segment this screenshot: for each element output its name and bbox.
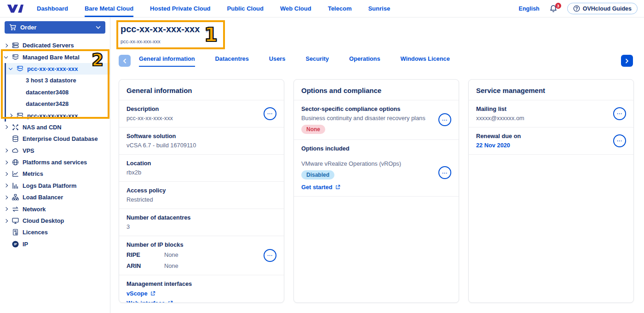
sidebar-item-enterprise-cloud-database[interactable]: Enterprise Cloud Database (0, 133, 110, 145)
chevron-right-icon (4, 184, 8, 187)
tab-operations[interactable]: Operations (349, 55, 380, 67)
chevron-right-icon (4, 219, 8, 222)
sidebar-item-licences[interactable]: Licences (0, 226, 110, 238)
sidebar-item-label: pcc-xx-xx-xxx-xxx (27, 112, 78, 119)
chevron-right-icon (4, 43, 8, 47)
nav-hosted-private-cloud[interactable]: Hosted Private Cloud (150, 0, 210, 17)
renewal-row: Renewal due on 22 Nov 2020 ... (469, 128, 633, 155)
nav-dashboard[interactable]: Dashboard (37, 0, 68, 17)
compliance-options-value: Business continuity and disaster recover… (301, 115, 426, 122)
guides-button[interactable]: OVHcloud Guides (567, 3, 638, 14)
nav-sunrise[interactable]: Sunrise (368, 0, 390, 17)
mailing-list-value: xxxxx@xxxxxx.om (476, 115, 524, 122)
sidebar-item-hosts-datastores[interactable]: 3 host 3 datastore (6, 75, 110, 86)
description-value: pcc-xx-xx-xxx-xxx (126, 115, 173, 122)
location-value: rbx2b (126, 169, 151, 176)
language-selector[interactable]: English (519, 6, 540, 12)
external-link-icon (168, 301, 173, 303)
sidebar-item-label: Managed Bare Metal (23, 54, 80, 61)
nav-telecom[interactable]: Telecom (328, 0, 352, 17)
description-actions-button[interactable]: ... (264, 107, 276, 120)
arrows-exchange-icon (12, 205, 19, 213)
chevron-right-icon (4, 196, 8, 199)
sidebar-item-vps[interactable]: VPS (0, 145, 110, 156)
nav-public-cloud[interactable]: Public Cloud (227, 0, 264, 17)
vscope-link-label: vScope (126, 290, 148, 297)
tab-users[interactable]: Users (269, 55, 286, 67)
tab-security[interactable]: Security (305, 55, 329, 67)
chevron-down-icon (96, 26, 101, 29)
service-tree: Dedicated Servers Managed Bare Metal pcc… (0, 40, 110, 250)
sidebar-item-dedicated-servers[interactable]: Dedicated Servers (0, 40, 110, 51)
edit-pencil-icon[interactable] (205, 26, 213, 33)
server-stack-icon (12, 41, 19, 49)
renewal-value[interactable]: 22 Nov 2020 (476, 142, 521, 149)
chevron-right-icon (4, 149, 8, 152)
card-title: Service management (469, 80, 633, 100)
tabs-scroll-left-button[interactable] (119, 55, 131, 67)
ovhcloud-logo[interactable] (6, 0, 24, 17)
web-interface-link[interactable]: Web interface (126, 300, 192, 303)
ovhcloud-logo-icon (6, 3, 24, 14)
vrops-actions-button[interactable]: ... (438, 166, 451, 179)
sidebar-item-platforms-services[interactable]: Platforms and services (0, 156, 110, 168)
get-started-link-label: Get started (301, 184, 333, 191)
mailing-list-actions-button[interactable]: ... (613, 107, 626, 120)
sidebar-item-label: Load Balancer (23, 194, 63, 201)
expanded-service-group: pcc-xx-xx-xxx-xxx 3 host 3 datastore dat… (5, 63, 110, 122)
sidebar-item-pcc-selected[interactable]: pcc-xx-xx-xxx-xxx (6, 63, 110, 75)
sidebar-item-nas-cdn[interactable]: NAS and CDN (0, 122, 110, 133)
svg-text:IP: IP (14, 243, 17, 246)
sidebar-item-pcc-2[interactable]: pcc-xx-xx-xxx-xxx (6, 110, 110, 121)
get-started-link[interactable]: Get started (301, 184, 401, 191)
sidebar-item-ip[interactable]: IP IP (0, 238, 110, 250)
sidebar-item-network[interactable]: Network (0, 203, 110, 214)
sidebar-item-label: NAS and CDN (23, 124, 62, 131)
nav-bare-metal-cloud[interactable]: Bare Metal Cloud (85, 0, 133, 17)
sidebar-item-datacenter3408[interactable]: datacenter3408 (6, 87, 110, 98)
management-interfaces-row: Management interfaces vScope Web interfa… (119, 275, 284, 303)
ip-blocks-actions-button[interactable]: ... (264, 249, 276, 262)
managed-server-icon (16, 112, 24, 120)
sidebar-item-label: 3 host 3 datastore (26, 77, 76, 84)
monitor-icon (12, 217, 19, 225)
ripe-value: None (164, 251, 184, 258)
managed-server-icon (12, 53, 19, 61)
tabs-scroll-right-button[interactable] (621, 55, 633, 67)
globe-icon (12, 158, 19, 166)
sidebar-item-logs-data-platform[interactable]: Logs Data Platform (0, 180, 110, 191)
managed-server-icon (16, 65, 24, 73)
tab-windows-licence[interactable]: Windows Licence (401, 55, 450, 67)
tab-general-information[interactable]: General information (139, 55, 195, 67)
sidebar-item-label: Network (23, 206, 46, 213)
renewal-actions-button[interactable]: ... (613, 134, 626, 147)
sidebar-item-load-balancer[interactable]: Load Balancer (0, 191, 110, 203)
software-value: vCSA 6.7 - build 16709110 (126, 142, 196, 149)
vscope-link[interactable]: vScope (126, 290, 192, 297)
sidebar-item-managed-bare-metal[interactable]: Managed Bare Metal (0, 51, 110, 63)
card-title: Options and compliance (294, 80, 459, 100)
software-solution-row: Software solution vCSA 6.7 - build 16709… (119, 128, 284, 155)
arin-value: None (164, 262, 184, 269)
sidebar-item-cloud-desktop[interactable]: Cloud Desktop (0, 215, 110, 226)
sidebar-item-label: Dedicated Servers (23, 42, 74, 49)
sidebar-item-label: Metrics (23, 170, 43, 177)
notifications-button[interactable]: 3 (550, 5, 557, 12)
ip-blocks-label: Number of IP blocks (126, 241, 184, 248)
management-interfaces-label: Management interfaces (126, 280, 192, 287)
order-button[interactable]: Order (5, 21, 105, 34)
cart-icon (9, 24, 17, 31)
mailing-list-label: Mailing list (476, 105, 524, 112)
compliance-options-label: Sector-specific compliance options (301, 105, 426, 112)
renewal-label: Renewal due on (476, 133, 521, 139)
ip-blocks-row: Number of IP blocks RIPE None ARIN None … (119, 236, 284, 275)
nav-web-cloud[interactable]: Web Cloud (280, 0, 311, 17)
web-interface-link-label: Web interface (126, 300, 165, 303)
compliance-actions-button[interactable]: ... (438, 113, 451, 126)
sidebar-item-datacenter3428[interactable]: datacenter3428 (6, 98, 110, 110)
tab-datacentres[interactable]: Datacentres (215, 55, 249, 67)
sidebar-item-metrics[interactable]: Metrics (0, 168, 110, 180)
services-sidebar: Order Dedicated Servers Managed Bare Met… (0, 17, 110, 313)
sidebar-item-label: VPS (23, 147, 34, 154)
options-compliance-card: Options and compliance Sector-specific c… (293, 79, 459, 303)
